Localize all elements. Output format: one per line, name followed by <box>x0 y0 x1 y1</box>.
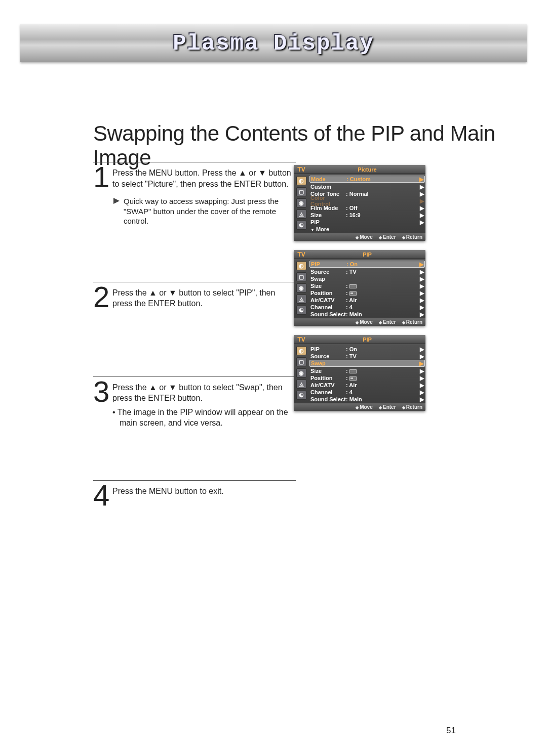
osd-row: Sound Select: Main▶ <box>310 396 424 403</box>
osd-rows: Mode: Custom▶ Custom▶ Color Tone: Normal… <box>309 174 425 233</box>
osd-row: Color Control▶ <box>310 197 424 204</box>
osd-icon-list: ◐▢◉◬☯ <box>294 259 309 318</box>
osd-screenshot-picture: TV Picture ◐▢◉◬☯ Mode: Custom▶ Custom▶ C… <box>294 165 425 241</box>
osd-row: More <box>310 226 424 233</box>
osd-row: Channel: 4▶ <box>310 304 424 311</box>
osd-title: PIP <box>309 337 425 343</box>
osd-row: Mode: Custom▶ <box>309 176 425 183</box>
osd-icon: ◬ <box>296 295 306 304</box>
step-4: 4 Press the MENU button to exit. <box>93 480 296 508</box>
osd-row: Source: TV▶ <box>310 268 424 275</box>
header-banner: Plasma Display <box>20 24 527 62</box>
osd-rows: PIP: On▶ Source: TV▶ Swap▶ Size: ▶ Posit… <box>309 259 425 318</box>
osd-row: Air/CATV: Air▶ <box>310 297 424 304</box>
osd-footer: Move Enter Return <box>294 318 425 326</box>
osd-tv-label: TV <box>294 166 309 173</box>
step-number: 1 <box>93 164 112 190</box>
osd-icon: ◐ <box>296 261 306 270</box>
osd-row: Size: 16:9▶ <box>310 212 424 219</box>
osd-tv-label: TV <box>294 251 309 258</box>
step-number: 2 <box>93 284 112 310</box>
osd-row: PIP▶ <box>310 219 424 226</box>
step-text: Press the MENU button to exit. <box>112 486 296 497</box>
step-number: 3 <box>93 379 112 404</box>
step-text: Press the MENU button. Press the ▲ or ▼ … <box>112 167 296 189</box>
osd-screenshot-swap: TV PIP ◐▢◉◬☯ PIP: On▶ Source: TV▶ Swap▶ … <box>294 335 425 411</box>
osd-icon: ◐ <box>296 346 306 355</box>
osd-titlebar: TV PIP <box>294 335 425 344</box>
step-1: 1 Press the MENU button. Press the ▲ or … <box>93 162 296 226</box>
osd-row: Sound Select: Main▶ <box>310 311 424 318</box>
banner-title: Plasma Display <box>173 31 374 56</box>
osd-icon: ◉ <box>296 198 306 207</box>
osd-footer: Move Enter Return <box>294 403 425 411</box>
osd-row: Position: ▶ <box>310 374 424 382</box>
step-text: Press the ▲ or ▼ button to select "PIP",… <box>112 287 296 309</box>
osd-row: Swap▶ <box>309 360 425 367</box>
steps-column: 1 Press the MENU button. Press the ▲ or … <box>93 162 296 511</box>
osd-foot-return: Return <box>402 319 422 325</box>
step-bullet: The image in the PIP window will appear … <box>112 407 296 429</box>
osd-foot-move: Move <box>356 404 373 410</box>
osd-footer: Move Enter Return <box>294 233 425 241</box>
osd-row: Film Mode: Off▶ <box>310 204 424 212</box>
note-text: Quick way to access swapping: Just press… <box>124 196 296 226</box>
osd-icon: ☯ <box>296 221 306 230</box>
osd-icon: ◉ <box>296 283 306 292</box>
osd-icon: ◬ <box>296 209 306 219</box>
step-text: Press the ▲ or ▼ button to select "Swap"… <box>112 382 296 404</box>
osd-icon: ▢ <box>296 357 306 366</box>
osd-icon: ▢ <box>296 272 306 281</box>
osd-icon: ☯ <box>296 306 306 315</box>
osd-row: PIP: On▶ <box>310 346 424 353</box>
osd-icon: ☯ <box>296 391 306 400</box>
osd-row: PIP: On▶ <box>309 261 425 268</box>
osd-foot-enter: Enter <box>379 404 396 410</box>
osd-icon: ◬ <box>296 380 306 389</box>
osd-row: Swap▶ <box>310 275 424 282</box>
osd-column: TV Picture ◐▢◉◬☯ Mode: Custom▶ Custom▶ C… <box>294 165 426 420</box>
osd-foot-return: Return <box>402 404 422 410</box>
osd-row: Position: ▶ <box>310 289 424 297</box>
osd-title: PIP <box>309 251 425 258</box>
osd-tv-label: TV <box>294 336 309 343</box>
osd-row: Channel: 4▶ <box>310 389 424 396</box>
osd-title: Picture <box>309 166 425 173</box>
osd-titlebar: TV PIP <box>294 250 425 259</box>
osd-icon: ◉ <box>296 368 306 377</box>
osd-foot-enter: Enter <box>379 319 396 325</box>
osd-titlebar: TV Picture <box>294 165 425 174</box>
osd-foot-move: Move <box>356 234 373 240</box>
osd-screenshot-pip: TV PIP ◐▢◉◬☯ PIP: On▶ Source: TV▶ Swap▶ … <box>294 250 425 326</box>
osd-row: Size: ▶ <box>310 282 424 289</box>
osd-row: Size: ▶ <box>310 367 424 374</box>
osd-icon-list: ◐▢◉◬☯ <box>294 344 309 403</box>
osd-foot-enter: Enter <box>379 234 396 240</box>
osd-icon: ◐ <box>296 176 306 185</box>
step-number: 4 <box>93 483 112 508</box>
step-3: 3 Press the ▲ or ▼ button to select "Swa… <box>93 376 296 429</box>
osd-row: Custom▶ <box>310 183 424 190</box>
note-arrow-icon <box>113 198 120 204</box>
step-2: 2 Press the ▲ or ▼ button to select "PIP… <box>93 282 296 310</box>
step-note: Quick way to access swapping: Just press… <box>112 196 296 226</box>
osd-rows: PIP: On▶ Source: TV▶ Swap▶ Size: ▶ Posit… <box>309 344 425 403</box>
page-number: 51 <box>446 726 456 736</box>
osd-row: Air/CATV: Air▶ <box>310 382 424 389</box>
osd-foot-return: Return <box>402 234 422 240</box>
osd-icon: ▢ <box>296 187 306 196</box>
osd-row: Source: TV▶ <box>310 353 424 360</box>
osd-foot-move: Move <box>356 319 373 325</box>
osd-icon-list: ◐▢◉◬☯ <box>294 174 309 233</box>
